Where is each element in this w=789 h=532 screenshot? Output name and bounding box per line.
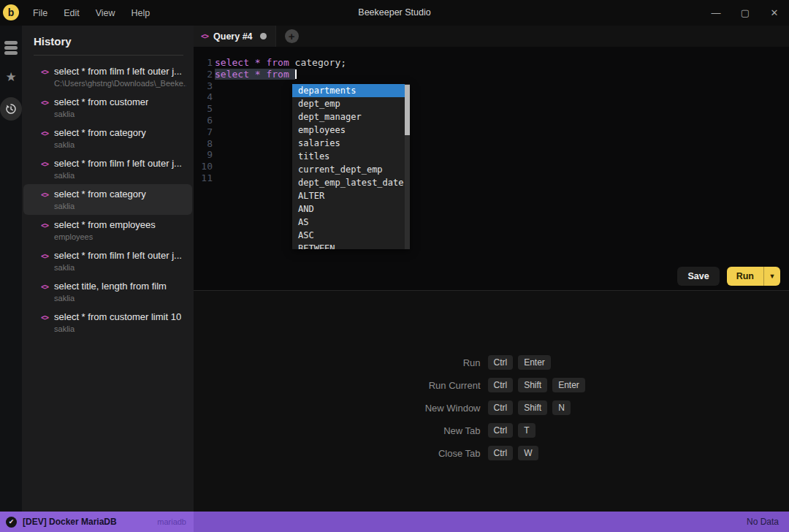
autocomplete-item[interactable]: employees xyxy=(292,123,410,137)
sidebar-item-tables[interactable] xyxy=(0,33,22,62)
connected-check-icon: ✔ xyxy=(6,517,17,528)
result-status-text: No Data xyxy=(747,517,779,527)
history-query-text: select * from film f left outer j... xyxy=(54,66,186,77)
line-number: 9 xyxy=(194,149,213,161)
sql-editor[interactable]: 1234567891011 select * from category;sel… xyxy=(194,47,789,291)
window-controls: —▢✕ xyxy=(701,0,789,26)
code-token: * xyxy=(255,57,261,68)
autocomplete-item[interactable]: BETWEEN xyxy=(292,242,410,249)
close-button[interactable]: ✕ xyxy=(760,0,789,26)
history-query-text: select * from category xyxy=(54,127,146,138)
code-icon: <> xyxy=(41,252,48,260)
autocomplete-item[interactable]: current_dept_emp xyxy=(292,163,410,176)
history-item-subtitle: employees xyxy=(54,232,156,241)
keycap: Enter xyxy=(552,378,585,392)
shortcut-label: Run xyxy=(371,357,481,368)
shortcut-label: Run Current xyxy=(371,380,481,391)
autocomplete-item[interactable]: AND xyxy=(292,202,410,216)
keycap: N xyxy=(552,400,571,415)
history-item-subtitle: saklia xyxy=(54,110,148,118)
editor-toolbar: Save Run ▼ xyxy=(194,262,789,290)
autocomplete-item[interactable]: dept_emp xyxy=(292,97,410,110)
maximize-button[interactable]: ▢ xyxy=(731,0,760,26)
line-number: 1 xyxy=(194,57,213,69)
keycap: Shift xyxy=(518,378,547,392)
title-bar: b FileEditViewHelp Beekeeper Studio —▢✕ xyxy=(0,0,789,26)
history-item-texts: select * from film f left outer j...C:\U… xyxy=(54,66,186,88)
tab-query-4[interactable]: <> Query #4 xyxy=(194,26,276,47)
code-token: * xyxy=(255,69,261,80)
status-bar: ✔ [DEV] Docker MariaDB mariadb No Data xyxy=(0,512,789,532)
autocomplete-item[interactable]: departments xyxy=(292,84,410,97)
history-item[interactable]: <>select * from customersaklia xyxy=(23,92,192,123)
line-number-gutter: 1234567891011 xyxy=(194,57,213,184)
shortcut-keys: CtrlW xyxy=(488,446,538,460)
line-number: 11 xyxy=(194,172,213,184)
autocomplete-item[interactable]: dept_emp_latest_date xyxy=(292,176,410,189)
tab-label: Query #4 xyxy=(213,31,253,42)
history-item[interactable]: <>select * from customer limit 10saklia xyxy=(23,307,192,338)
autocomplete-item[interactable]: ASC xyxy=(292,229,410,242)
keycap: Ctrl xyxy=(488,423,514,438)
history-item[interactable]: <>select title, length from filmsaklia xyxy=(23,276,192,307)
code-area[interactable]: 1234567891011 select * from category;sel… xyxy=(194,47,789,262)
autocomplete-item[interactable]: ALTER xyxy=(292,189,410,202)
run-button[interactable]: Run xyxy=(727,267,763,286)
sidebar-item-history[interactable] xyxy=(0,94,22,123)
minimize-button[interactable]: — xyxy=(701,0,731,26)
connection-status[interactable]: ✔ [DEV] Docker MariaDB mariadb xyxy=(0,512,194,532)
history-item[interactable]: <>select * from film f left outer j...sa… xyxy=(23,153,192,184)
code-token xyxy=(249,69,255,80)
history-item[interactable]: <>select * from film f left outer j...C:… xyxy=(23,61,192,92)
menu-view[interactable]: View xyxy=(88,8,123,18)
history-clock-icon xyxy=(4,102,18,115)
history-item[interactable]: <>select * from employeesemployees xyxy=(23,215,192,246)
history-item-texts: select * from film f left outer j...sakl… xyxy=(54,250,182,272)
menu-help[interactable]: Help xyxy=(123,8,159,18)
history-item-subtitle: saklia xyxy=(54,140,146,149)
history-item[interactable]: <>select * from categorysaklia xyxy=(23,123,192,153)
autocomplete-dropdown: departmentsdept_empdept_manageremployees… xyxy=(292,84,410,249)
save-button[interactable]: Save xyxy=(677,267,719,286)
scrollbar-thumb[interactable] xyxy=(405,85,410,135)
menu-edit[interactable]: Edit xyxy=(56,8,88,18)
history-item[interactable]: <>select * from film f left outer j...sa… xyxy=(23,246,192,276)
code-icon: <> xyxy=(41,191,48,199)
sidebar-item-favorites[interactable]: ★ xyxy=(0,62,22,91)
results-pane: RunCtrlEnterRun CurrentCtrlShiftEnterNew… xyxy=(194,291,789,512)
code-icon: <> xyxy=(41,99,48,107)
autocomplete-item[interactable]: salaries xyxy=(292,137,410,150)
history-item-texts: select * from employeesemployees xyxy=(54,219,156,241)
history-item-subtitle: C:\Users\ghstng\Downloads\_Beeke... xyxy=(54,79,186,88)
history-item-texts: select * from customer limit 10saklia xyxy=(54,311,181,333)
main-area: <> Query #4 + 1234567891011 select * fro… xyxy=(194,26,789,512)
autocomplete-item[interactable]: dept_manager xyxy=(292,110,410,123)
autocomplete-item[interactable]: AS xyxy=(292,216,410,229)
history-item[interactable]: <>select * from categorysaklia xyxy=(23,184,192,215)
code-token: select xyxy=(215,57,249,68)
code-token: select xyxy=(215,69,249,80)
shortcut-keys: CtrlT xyxy=(488,423,535,438)
new-tab-button[interactable]: + xyxy=(285,29,299,43)
line-number: 6 xyxy=(194,115,213,126)
autocomplete-item[interactable]: titles xyxy=(292,150,410,163)
app-logo-icon[interactable]: b xyxy=(3,4,19,20)
menu-bar: FileEditViewHelp xyxy=(25,0,158,26)
shortcut-row: Close TabCtrlW xyxy=(371,446,612,460)
history-list: <>select * from film f left outer j...C:… xyxy=(22,57,194,338)
run-options-caret[interactable]: ▼ xyxy=(763,267,780,286)
code-line: select * from category; xyxy=(215,57,789,69)
unsaved-dot-icon[interactable] xyxy=(260,33,267,39)
history-query-text: select * from customer xyxy=(54,96,148,107)
line-number: 5 xyxy=(194,103,213,115)
keycap: Shift xyxy=(518,400,547,415)
shortcut-label: New Window xyxy=(371,403,481,414)
line-number: 3 xyxy=(194,80,213,92)
run-button-group: Run ▼ xyxy=(727,267,780,286)
autocomplete-scrollbar[interactable] xyxy=(405,84,410,249)
tab-bar: <> Query #4 + xyxy=(194,26,789,47)
menu-file[interactable]: File xyxy=(25,8,56,18)
database-name[interactable]: mariadb xyxy=(157,517,186,526)
selection-range: select * from xyxy=(215,69,295,80)
history-item-texts: select * from film f left outer j...sakl… xyxy=(54,158,182,180)
